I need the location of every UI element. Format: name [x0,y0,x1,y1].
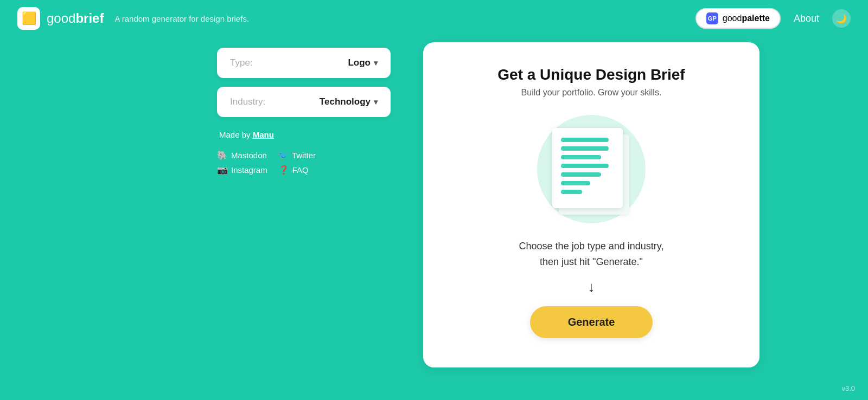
header-right: GP goodpalette About 🌙 [695,8,851,29]
social-links: 🐘 Mastodon 🐦 Twitter 📷 Instagram ❓ FAQ [217,150,391,175]
doc-line-5 [561,172,601,177]
illustration [537,115,646,223]
header: 🟨 goodbrief A random generator for desig… [0,0,868,37]
logo-good: good [47,11,75,25]
goodpalette-button[interactable]: GP goodpalette [695,8,781,29]
version-label: v3.0 [841,384,855,392]
instagram-link[interactable]: 📷 Instagram [217,165,267,175]
social-row-2: 📷 Instagram ❓ FAQ [217,165,391,175]
made-by-text: Made by Manu [217,130,391,139]
logo-brief: brief [75,11,104,25]
arrow-down-icon: ↓ [588,279,595,295]
main-card: Get a Unique Design Brief Build your por… [423,42,760,367]
faq-icon: ❓ [278,165,289,175]
twitter-icon: 🐦 [278,150,289,160]
instagram-icon: 📷 [217,165,228,175]
doc-line-3 [561,155,601,159]
industry-chevron-icon: ▾ [374,98,378,106]
doc-line-2 [561,146,609,151]
faq-link[interactable]: ❓ FAQ [278,165,309,175]
industry-dropdown[interactable]: Industry: Technology ▾ [217,87,391,117]
type-label: Type: [230,57,253,68]
industry-label: Industry: [230,96,265,107]
document-front [552,128,623,208]
twitter-link[interactable]: 🐦 Twitter [278,150,316,160]
generate-button[interactable]: Generate [530,306,653,338]
type-value: Logo ▾ [348,57,378,68]
about-link[interactable]: About [794,13,819,24]
mastodon-label: Mastodon [231,151,267,160]
left-panel: Type: Logo ▾ Industry: Technology ▾ Made… [217,48,391,175]
moon-icon: 🌙 [836,14,847,24]
doc-line-6 [561,181,590,185]
card-title: Get a Unique Design Brief [497,66,685,83]
type-dropdown[interactable]: Type: Logo ▾ [217,48,391,78]
twitter-label: Twitter [292,151,316,160]
instagram-label: Instagram [231,165,267,175]
document-stack [552,128,630,214]
logo-area: 🟨 goodbrief A random generator for desig… [17,7,249,30]
doc-line-1 [561,138,609,142]
logo-text: goodbrief [47,11,104,26]
card-instruction: Choose the job type and industry, then j… [519,238,664,270]
mastodon-link[interactable]: 🐘 Mastodon [217,150,267,160]
mastodon-icon: 🐘 [217,150,228,160]
faq-label: FAQ [292,165,309,175]
card-subtitle: Build your portfolio. Grow your skills. [521,88,662,98]
type-chevron-icon: ▾ [374,59,378,67]
goodpalette-label: goodpalette [723,14,770,23]
social-row-1: 🐘 Mastodon 🐦 Twitter [217,150,391,160]
doc-line-4 [561,164,609,168]
industry-value: Technology ▾ [320,96,378,107]
manu-link[interactable]: Manu [253,130,274,139]
theme-toggle-button[interactable]: 🌙 [832,9,851,28]
main-content: Type: Logo ▾ Industry: Technology ▾ Made… [0,42,868,367]
logo-subtitle: A random generator for design briefs. [114,14,249,23]
logo-icon: 🟨 [17,7,40,30]
goodpalette-icon: GP [706,12,718,24]
doc-line-7 [561,190,582,194]
